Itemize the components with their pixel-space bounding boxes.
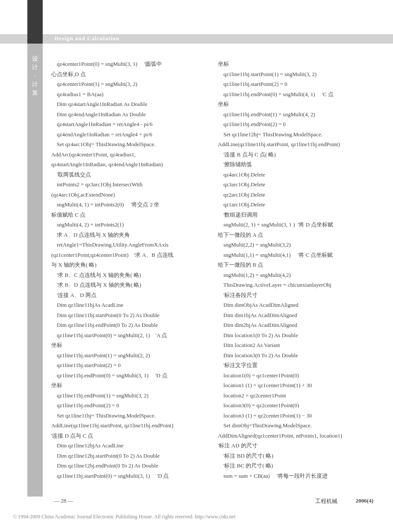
issue-number: 2006(4) bbox=[356, 497, 373, 504]
header-title: Design and Calculation bbox=[55, 35, 119, 42]
journal-name: 工程机械 bbox=[315, 497, 337, 505]
content-area: qz4center1Point(0) = sngMulti(3, 1) '圆弧中… bbox=[51, 59, 376, 481]
left-grey-strip bbox=[27, 44, 43, 497]
vlabel-char: 计 bbox=[32, 80, 38, 89]
vlabel-char: · bbox=[32, 72, 38, 80]
vlabel-char: 设 bbox=[32, 55, 38, 63]
left-column: qz4center1Point(0) = sngMulti(3, 1) '圆弧中… bbox=[51, 59, 209, 481]
vertical-label: 设 计 · 计 算 bbox=[32, 55, 38, 97]
vlabel-char: 算 bbox=[32, 89, 38, 97]
page-number: — 28 — bbox=[54, 497, 73, 504]
right-column: 坐标 qz1line11bj.startPoint(1) = sngMulti(… bbox=[218, 59, 376, 481]
copyright-text: © 1994-2009 China Academic Journal Elect… bbox=[13, 514, 235, 520]
left-black-block bbox=[27, 0, 43, 44]
vlabel-char: 计 bbox=[32, 63, 38, 72]
